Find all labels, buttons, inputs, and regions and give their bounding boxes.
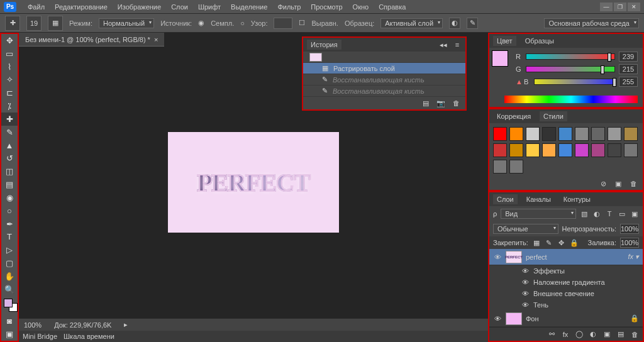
filter-type-icon[interactable]: T xyxy=(605,209,614,218)
healing-brush-tool[interactable]: ✚ xyxy=(1,113,18,126)
fx-icon[interactable]: fx xyxy=(561,330,570,339)
layer-name[interactable]: perfect xyxy=(526,253,547,261)
opacity-input[interactable]: 100% xyxy=(620,224,639,234)
screenmode-toggle[interactable]: ▣ xyxy=(1,328,18,341)
lock-trans-icon[interactable]: ▦ xyxy=(532,238,541,247)
foreground-swatch[interactable] xyxy=(492,50,508,67)
tab-color[interactable]: Цвет xyxy=(493,36,516,46)
status-arrow-icon[interactable]: ▸ xyxy=(124,321,128,329)
style-swatch[interactable] xyxy=(624,143,638,157)
current-tool-icon[interactable]: ✚ xyxy=(5,16,20,31)
visibility-icon[interactable]: 👁 xyxy=(493,253,502,261)
quickmask-toggle[interactable]: ◙ xyxy=(1,314,18,328)
aligned-check[interactable]: ☐ xyxy=(299,19,305,27)
style-swatch[interactable] xyxy=(493,127,507,141)
menu-type[interactable]: Шрифт xyxy=(193,3,226,11)
pen-tool[interactable]: ✒ xyxy=(1,218,18,231)
lock-pos-icon[interactable]: ✥ xyxy=(557,238,566,247)
menu-edit[interactable]: Редактирование xyxy=(50,3,113,11)
tab-paths[interactable]: Контуры xyxy=(560,194,594,204)
group-icon[interactable]: ▣ xyxy=(602,330,611,339)
fx-item[interactable]: Внешнее свечение xyxy=(533,290,594,297)
tab-channels[interactable]: Каналы xyxy=(523,194,555,204)
tab-layers[interactable]: Слои xyxy=(493,194,518,204)
maximize-button[interactable]: ❐ xyxy=(614,3,626,11)
delete-layer-icon[interactable]: 🗑 xyxy=(630,330,639,339)
filter-pixel-icon[interactable]: ▧ xyxy=(580,209,589,218)
menu-file[interactable]: Файл xyxy=(23,3,50,11)
marquee-tool[interactable]: ▭ xyxy=(1,47,18,60)
type-tool[interactable]: T xyxy=(1,230,18,243)
document-tab[interactable]: Без имени-1 @ 100% (perfect, RGB/8) * × xyxy=(19,33,164,47)
stamp-tool[interactable]: ▲ xyxy=(1,139,18,152)
tab-swatches[interactable]: Образцы xyxy=(521,36,558,46)
lock-pixels-icon[interactable]: ✎ xyxy=(545,238,553,247)
visibility-icon[interactable]: 👁 xyxy=(521,267,530,275)
new-layer-icon[interactable]: ▤ xyxy=(616,330,625,339)
brush-preset[interactable]: 19 xyxy=(26,16,42,31)
link-icon[interactable]: ⚯ xyxy=(547,330,556,339)
new-style-icon[interactable]: ▣ xyxy=(614,179,623,188)
history-snapshot[interactable] xyxy=(303,52,465,63)
wand-tool[interactable]: ✧ xyxy=(1,73,18,86)
layer-row[interactable]: 👁 Фон 🔒 xyxy=(489,311,643,327)
mask-icon[interactable]: ◯ xyxy=(575,330,584,339)
slider-r[interactable] xyxy=(526,53,615,60)
history-step[interactable]: ▦Растрировать слой xyxy=(303,63,465,74)
fx-item[interactable]: Наложение градиента xyxy=(533,279,605,286)
brush-panel-icon[interactable]: ▦ xyxy=(48,16,63,31)
slider-g[interactable] xyxy=(526,66,615,72)
history-step[interactable]: ✎Восстанавливающая кисть xyxy=(303,74,465,86)
filter-shape-icon[interactable]: ▭ xyxy=(618,209,626,218)
tab-styles[interactable]: Стили xyxy=(540,111,567,121)
tab-mini-bridge[interactable]: Mini Bridge xyxy=(23,333,57,340)
pattern-picker[interactable] xyxy=(274,18,292,29)
style-swatch[interactable] xyxy=(575,143,589,157)
value-r[interactable]: 239 xyxy=(619,52,638,62)
visibility-icon[interactable]: 👁 xyxy=(493,315,502,323)
layer-thumb[interactable]: PERFECT xyxy=(506,251,522,263)
sampled-radio[interactable]: ◉ xyxy=(198,19,204,27)
collapse-icon[interactable]: ◂◂ xyxy=(439,40,448,49)
fill-input[interactable]: 100% xyxy=(620,238,639,248)
canvas[interactable]: PERFECT xyxy=(168,132,339,233)
slider-b[interactable] xyxy=(534,79,615,85)
zoom-tool[interactable]: 🔍 xyxy=(1,283,18,296)
value-g[interactable]: 215 xyxy=(619,64,638,74)
eyedropper-tool[interactable]: ⁒ xyxy=(1,99,18,113)
snapshot-icon[interactable]: 📷 xyxy=(436,99,445,108)
style-swatch[interactable] xyxy=(608,143,621,157)
sample-select[interactable]: Активный слой xyxy=(380,18,443,28)
gamut-warning-icon[interactable]: ▲ xyxy=(516,78,523,86)
tab-adjustments[interactable]: Коррекция xyxy=(493,111,535,121)
style-swatch[interactable] xyxy=(542,143,556,157)
tab-history[interactable]: История xyxy=(307,40,341,50)
style-swatch[interactable] xyxy=(526,143,540,157)
style-swatch[interactable] xyxy=(575,127,589,141)
shape-tool[interactable]: ▢ xyxy=(1,256,18,270)
menu-image[interactable]: Изображение xyxy=(113,3,166,11)
workspace-select[interactable]: Основная рабочая среда xyxy=(544,18,639,28)
move-tool[interactable]: ✥ xyxy=(1,34,18,47)
style-swatch[interactable] xyxy=(493,143,507,157)
style-swatch[interactable] xyxy=(509,160,523,174)
filter-smart-icon[interactable]: ▣ xyxy=(630,209,639,218)
style-swatch[interactable] xyxy=(509,127,523,141)
path-tool[interactable]: ▷ xyxy=(1,243,18,256)
layer-thumb[interactable] xyxy=(506,312,522,325)
layer-row[interactable]: 👁 PERFECT perfect fx ▾ xyxy=(489,249,643,265)
style-swatch[interactable] xyxy=(624,127,638,141)
clear-style-icon[interactable]: ⊘ xyxy=(599,179,608,188)
panel-menu-icon[interactable]: ≡ xyxy=(453,40,462,49)
delete-state-icon[interactable]: 🗑 xyxy=(452,99,460,108)
crop-tool[interactable]: ⊏ xyxy=(1,86,18,99)
layer-name[interactable]: Фон xyxy=(526,315,539,323)
style-swatch[interactable] xyxy=(591,127,605,141)
blend-mode-select[interactable]: Нормальный xyxy=(99,18,154,28)
style-swatch[interactable] xyxy=(509,143,523,157)
close-tab-icon[interactable]: × xyxy=(154,36,158,43)
zoom-level[interactable]: 100% xyxy=(24,321,42,329)
hand-tool[interactable]: ✋ xyxy=(1,270,18,283)
brush-tool[interactable]: ✎ xyxy=(1,126,18,139)
eraser-tool[interactable]: ◫ xyxy=(1,165,18,178)
